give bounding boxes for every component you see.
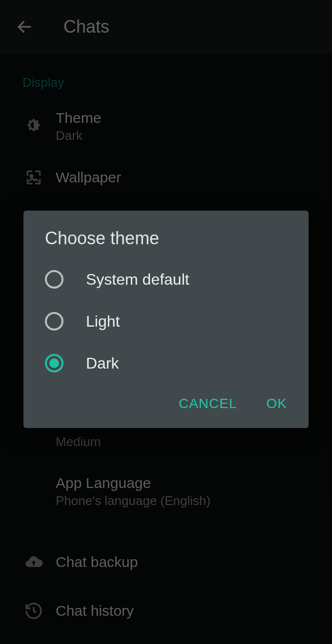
radio-icon xyxy=(45,312,63,331)
radio-label: System default xyxy=(86,271,189,289)
dialog-title: Choose theme xyxy=(23,228,309,258)
radio-icon-selected xyxy=(45,354,63,372)
cancel-button[interactable]: CANCEL xyxy=(179,396,237,411)
ok-button[interactable]: OK xyxy=(267,396,287,411)
theme-option-dark[interactable]: Dark xyxy=(23,342,309,384)
theme-dialog: Choose theme System default Light Dark C… xyxy=(23,211,309,428)
radio-icon xyxy=(45,270,63,289)
radio-label: Dark xyxy=(86,354,119,372)
radio-label: Light xyxy=(86,312,120,331)
theme-option-system-default[interactable]: System default xyxy=(23,258,309,300)
theme-option-light[interactable]: Light xyxy=(23,300,309,342)
